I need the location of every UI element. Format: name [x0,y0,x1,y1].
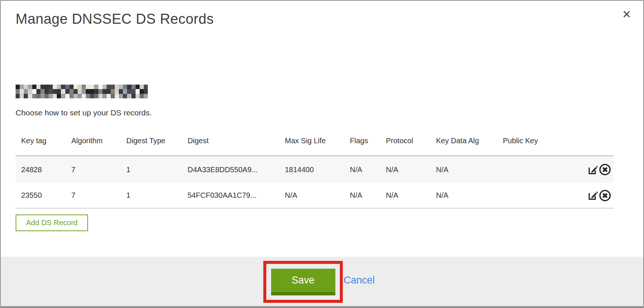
col-actions [578,126,614,156]
col-public-key: Public Key [497,126,578,156]
cell-algorithm: 7 [66,183,121,208]
col-key-data-alg: Key Data Alg [430,126,497,156]
redacted-domain-name [16,85,148,98]
col-key-tag: Key tag [16,126,66,156]
cell-digest-type: 1 [121,156,182,183]
table-header-row: Key tag Algorithm Digest Type Digest Max… [16,126,614,156]
cell-max-sig-life: N/A [279,183,344,208]
dnssec-modal: Manage DNSSEC DS Records ✕ Choose how to… [0,0,644,308]
cancel-link[interactable]: Cancel [344,275,375,286]
cell-key-data-alg: N/A [430,183,497,208]
add-ds-record-button[interactable]: Add DS Record [16,214,88,231]
col-digest: Digest [182,126,279,156]
annotation-red-box: Save [263,261,343,303]
edit-record-icon[interactable] [587,164,599,176]
cell-key-data-alg: N/A [430,156,497,183]
page-title: Manage DNSSEC DS Records [16,11,214,27]
edit-record-icon[interactable] [587,190,599,201]
delete-record-icon[interactable] [599,189,611,202]
close-icon[interactable]: ✕ [622,9,631,20]
col-digest-type: Digest Type [121,126,182,156]
delete-record-icon[interactable] [599,163,611,176]
cell-key-tag: 23550 [16,183,66,208]
col-protocol: Protocol [380,126,430,156]
col-max-sig-life: Max Sig Life [279,126,344,156]
cell-digest-type: 1 [121,183,182,208]
table-row: 23550 7 1 54FCF030AA1C79... N/A N/A N/A … [16,183,614,208]
modal-footer: Save Cancel [1,257,643,306]
instruction-text: Choose how to set up your DS records. [16,108,152,117]
table-row: 24828 7 1 D4A33E8DD550A9... 1814400 N/A … [16,156,614,183]
save-button[interactable]: Save [271,269,335,295]
cell-flags: N/A [344,183,380,208]
cell-public-key [497,156,578,183]
cell-public-key [497,183,578,208]
cell-digest: 54FCF030AA1C79... [182,183,279,208]
cell-digest: D4A33E8DD550A9... [182,156,279,183]
cell-protocol: N/A [380,183,430,208]
cell-protocol: N/A [380,156,430,183]
cell-max-sig-life: 1814400 [279,156,344,183]
col-flags: Flags [344,126,380,156]
cell-key-tag: 24828 [16,156,66,183]
cell-flags: N/A [344,156,380,183]
cell-algorithm: 7 [66,156,121,183]
col-algorithm: Algorithm [66,126,121,156]
ds-records-table: Key tag Algorithm Digest Type Digest Max… [16,126,614,209]
